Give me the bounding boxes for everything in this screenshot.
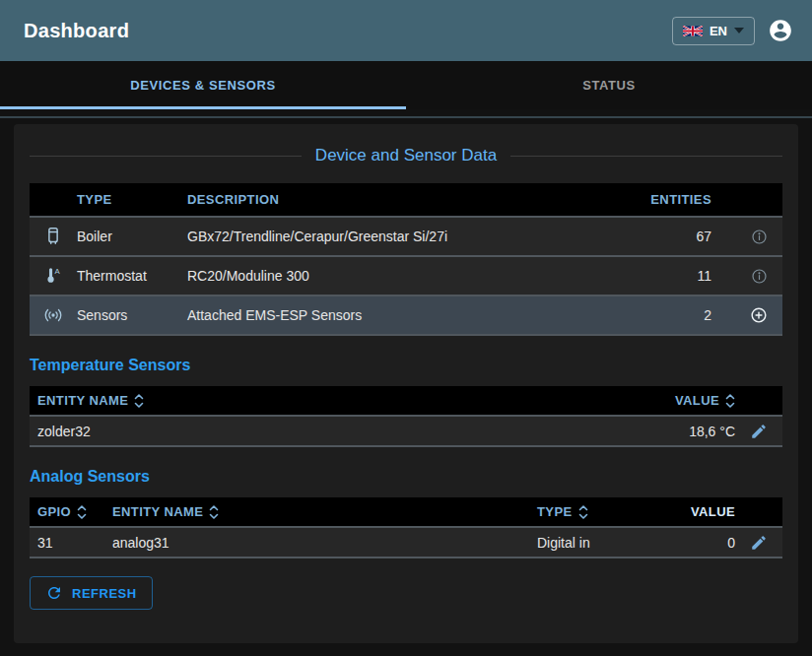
svg-text:A: A (54, 267, 60, 276)
device-description: RC20/Moduline 300 (187, 268, 627, 284)
refresh-button[interactable]: REFRESH (30, 576, 153, 610)
sensor-value: 0 (647, 535, 735, 551)
sensors-icon (30, 304, 77, 326)
sensor-entity-name: zolder32 (30, 424, 607, 439)
temperature-sensors-heading: Temperature Sensors (30, 357, 782, 374)
account-button[interactable] (768, 18, 793, 43)
device-entities-count: 2 (627, 307, 735, 323)
app-bar: Dashboard EN (0, 0, 812, 61)
sort-icon[interactable] (134, 393, 144, 409)
tab-status[interactable]: STATUS (406, 61, 812, 109)
table-row-thermostat[interactable]: A Thermostat RC20/Moduline 300 11 (30, 257, 782, 296)
col-entity-name: ENTITY NAME (30, 393, 607, 409)
app-bar-actions: EN (672, 17, 793, 45)
col-type: TYPE (529, 504, 647, 520)
device-type: Sensors (77, 307, 187, 323)
sort-icon[interactable] (578, 504, 588, 520)
col-type: TYPE (77, 192, 187, 207)
sensor-gpio: 31 (30, 535, 112, 551)
table-row-analog31: 31 analog31 Digital in 0 (30, 528, 782, 558)
devices-table-header: TYPE DESCRIPTION ENTITIES (30, 183, 782, 218)
sort-icon[interactable] (209, 504, 219, 520)
dashboard-card: Device and Sensor Data TYPE DESCRIPTION … (14, 124, 798, 643)
refresh-label: REFRESH (72, 586, 137, 601)
col-description: DESCRIPTION (187, 192, 627, 207)
appbar-shadow-divider (0, 116, 812, 118)
sensor-value: 18,6 °C (607, 424, 735, 439)
boiler-icon (30, 226, 77, 247)
app-window: Dashboard EN (0, 0, 812, 656)
caret-down-icon (734, 28, 744, 33)
info-icon[interactable] (735, 267, 782, 286)
device-entities-count: 67 (627, 229, 735, 244)
sensor-entity-name: analog31 (112, 535, 529, 551)
col-value: VALUE (607, 393, 735, 409)
sort-icon[interactable] (77, 504, 87, 520)
sensor-type: Digital in (529, 535, 647, 551)
account-circle-icon (768, 18, 793, 43)
temperature-table-header: ENTITY NAME VALUE (30, 386, 782, 417)
analog-sensors-heading: Analog Sensors (30, 468, 782, 486)
add-circle-icon[interactable] (735, 305, 782, 325)
col-value[interactable]: VALUE (647, 504, 735, 519)
refresh-icon (45, 584, 63, 602)
temperature-sensors-table: ENTITY NAME VALUE zolder32 18,6 °C (30, 386, 782, 447)
edit-icon[interactable] (735, 534, 782, 552)
device-description: Attached EMS-ESP Sensors (187, 307, 627, 323)
table-row-sensors[interactable]: Sensors Attached EMS-ESP Sensors 2 (30, 296, 782, 336)
device-description: GBx72/Trendline/Cerapur/Greenstar Si/27i (187, 229, 627, 244)
device-type: Boiler (77, 229, 187, 244)
thermostat-icon: A (30, 265, 77, 287)
sort-icon[interactable] (725, 393, 735, 409)
card-title-row: Device and Sensor Data (30, 146, 782, 165)
edit-icon[interactable] (735, 423, 782, 440)
col-entity-name: ENTITY NAME (112, 504, 529, 520)
page-title: Dashboard (24, 20, 129, 42)
language-selector[interactable]: EN (672, 17, 755, 45)
language-label: EN (710, 24, 727, 38)
analog-table-header: GPIO ENTITY NAME TYPE (30, 497, 782, 528)
tab-devices-sensors[interactable]: DEVICES & SENSORS (0, 61, 406, 109)
analog-sensors-table: GPIO ENTITY NAME TYPE (30, 497, 782, 558)
devices-table: TYPE DESCRIPTION ENTITIES Boiler GBx72/T… (30, 183, 782, 336)
table-row-boiler[interactable]: Boiler GBx72/Trendline/Cerapur/Greenstar… (30, 218, 782, 257)
info-icon[interactable] (735, 228, 782, 246)
device-type: Thermostat (77, 268, 187, 284)
title-divider-right (510, 156, 782, 157)
uk-flag-icon (683, 26, 703, 36)
card-title: Device and Sensor Data (315, 146, 497, 165)
col-entities: ENTITIES (627, 192, 735, 207)
col-gpio: GPIO (30, 504, 112, 520)
active-tab-indicator (0, 106, 406, 109)
tab-bar: DEVICES & SENSORS STATUS (0, 61, 812, 109)
table-row-zolder32: zolder32 18,6 °C (30, 417, 782, 447)
title-divider-left (30, 156, 302, 157)
device-entities-count: 11 (627, 268, 735, 284)
